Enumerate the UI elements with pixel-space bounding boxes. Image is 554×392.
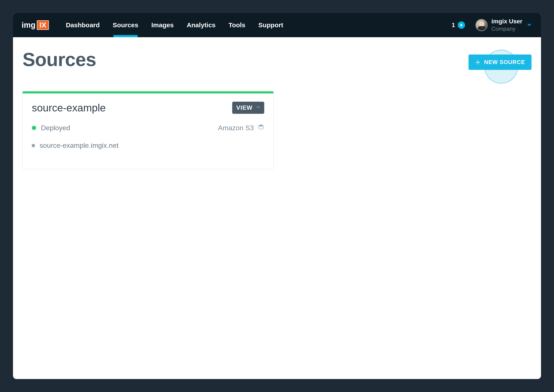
user-text: imgix User Company xyxy=(491,18,522,33)
page-title: Sources xyxy=(22,49,96,70)
logo[interactable]: img IX xyxy=(22,20,49,30)
card-status-row: Deployed Amazon S3 xyxy=(32,124,264,132)
nav-images[interactable]: Images xyxy=(145,13,180,37)
nav-sources[interactable]: Sources xyxy=(106,13,145,37)
view-source-button[interactable]: VIEW xyxy=(232,102,264,114)
bolt-icon xyxy=(458,21,465,29)
topbar: img IX Dashboard Sources Images Analytic… xyxy=(13,13,541,37)
main-content: Sources NEW SOURCE source-example VIEW xyxy=(13,37,541,379)
avatar xyxy=(476,19,488,31)
logo-text-img: img xyxy=(22,21,35,30)
status-dot-icon xyxy=(32,126,36,130)
plus-icon xyxy=(475,59,481,65)
user-name: imgix User xyxy=(491,18,522,25)
provider-text: Amazon S3 xyxy=(218,124,254,132)
sources-grid: source-example VIEW Deployed Amazon S xyxy=(22,91,532,169)
nav-dashboard[interactable]: Dashboard xyxy=(59,13,106,37)
view-label: VIEW xyxy=(236,104,252,111)
chevron-down-icon xyxy=(526,22,532,28)
top-nav: Dashboard Sources Images Analytics Tools… xyxy=(59,13,290,37)
card-domain-row: source-example.imgix.net xyxy=(32,141,264,149)
source-card: source-example VIEW Deployed Amazon S xyxy=(22,91,273,169)
user-menu[interactable]: imgix User Company xyxy=(476,18,532,33)
arrow-right-icon xyxy=(255,104,260,111)
new-source-label: NEW SOURCE xyxy=(484,59,525,66)
card-header: source-example VIEW xyxy=(32,102,264,114)
source-domain: source-example.imgix.net xyxy=(40,141,119,149)
nav-support[interactable]: Support xyxy=(252,13,290,37)
provider-right: Amazon S3 xyxy=(218,124,264,132)
square-bullet-icon xyxy=(32,144,35,147)
notifications-button[interactable]: 1 xyxy=(452,21,465,29)
status-left: Deployed xyxy=(32,124,70,132)
nav-tools[interactable]: Tools xyxy=(222,13,252,37)
logo-text-ix: IX xyxy=(37,20,49,30)
topbar-right: 1 imgix User Company xyxy=(452,18,532,33)
new-source-button[interactable]: NEW SOURCE xyxy=(469,55,532,70)
status-text: Deployed xyxy=(41,124,70,132)
app-frame: img IX Dashboard Sources Images Analytic… xyxy=(13,13,541,379)
source-name: source-example xyxy=(32,102,105,114)
box-icon xyxy=(258,124,264,132)
svg-rect-1 xyxy=(476,62,480,63)
notification-count: 1 xyxy=(452,22,455,28)
user-company: Company xyxy=(491,25,522,33)
nav-analytics[interactable]: Analytics xyxy=(180,13,222,37)
page-header: Sources NEW SOURCE xyxy=(22,49,532,70)
